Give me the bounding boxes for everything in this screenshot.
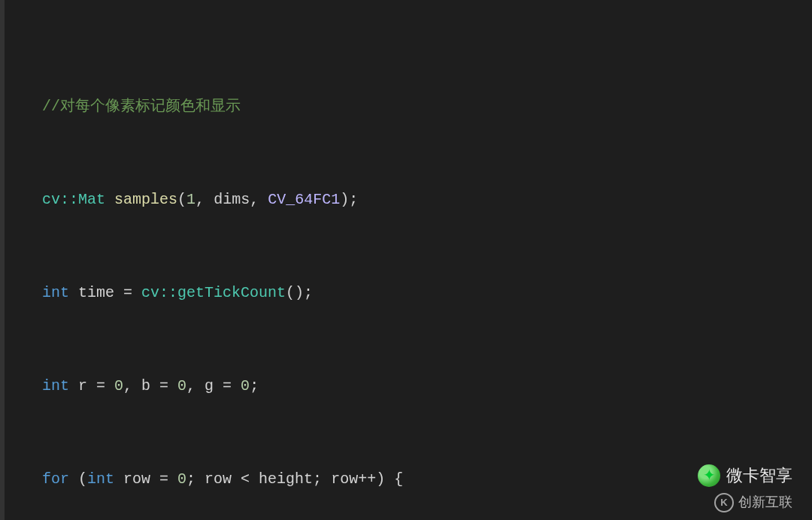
code-editor[interactable]: //对每个像素标记颜色和显示 cv::Mat samples(1, dims, … xyxy=(0,0,812,520)
gutter xyxy=(0,0,5,520)
code-line: int r = 0, b = 0, g = 0; xyxy=(6,374,812,398)
code-line: //对每个像素标记颜色和显示 xyxy=(6,95,812,118)
code-line: cv::Mat samples(1, dims, CV_64FC1); xyxy=(6,188,812,211)
comment: //对每个像素标记颜色和显示 xyxy=(42,98,241,115)
code-line: for (int row = 0; row < height; row++) { xyxy=(6,467,812,491)
code-line: int time = cv::getTickCount(); xyxy=(6,281,812,304)
